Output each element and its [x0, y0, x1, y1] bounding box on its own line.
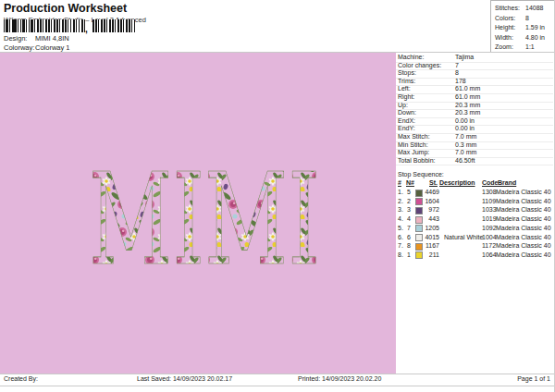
stat-colors: Colors:8	[495, 15, 515, 21]
stat-value: 4.80 in	[525, 34, 545, 41]
row-index: 2.	[398, 197, 403, 206]
stitch-count: 1604	[419, 197, 439, 206]
thread-code: 1004	[482, 233, 497, 242]
needle-number: 7	[407, 224, 411, 233]
stat-height: Height:1.59 in	[495, 24, 515, 31]
thread-row: 2.216041109Madeira Classic 40	[396, 197, 555, 206]
thread-code: 1109	[482, 197, 496, 206]
stats-box: Stitches:14088 Colors:8 Height:1.59 in W…	[490, 0, 555, 54]
row-index: 8.	[398, 251, 403, 260]
thread-row: 7.811671172Madeira Classic 40	[396, 241, 555, 251]
barcode-segment-1	[4, 19, 85, 32]
col-num: #	[398, 179, 401, 186]
col-code: Code	[482, 179, 499, 186]
thread-row: 3.39721033Madeira Classic 40	[396, 205, 555, 214]
machine-value: 0.3 mm	[455, 141, 476, 149]
machine-value: 20.3 mm	[455, 102, 480, 109]
stat-label: Stitches:	[495, 5, 520, 11]
machine-label: EndX:	[398, 117, 415, 125]
thread-brand: Madeira Classic 40	[496, 224, 551, 233]
stat-value: 1:1	[525, 43, 535, 50]
row-index: 6.	[398, 233, 403, 242]
barcode-separator: ,	[85, 24, 88, 34]
stat-label: Width:	[495, 34, 513, 41]
col-description: Description	[439, 179, 475, 186]
needle-number: 6	[407, 233, 411, 242]
stat-label: Colors:	[495, 15, 515, 21]
thread-brand: Madeira Classic 40	[496, 188, 551, 197]
stitch-count: 211	[419, 251, 439, 260]
design-canvas: MIMI	[0, 53, 396, 374]
footer-divider-top	[0, 374, 555, 374]
thread-brand: Madeira Classic 40	[496, 233, 551, 242]
machine-label: Trims:	[398, 78, 415, 85]
stat-zoom: Zoom:1:1	[495, 43, 513, 50]
col-brand: Brand	[498, 179, 516, 186]
design-field-label: Design:	[4, 34, 27, 43]
machine-label: Right:	[398, 93, 414, 101]
stat-value: 1.59 in	[525, 24, 545, 31]
stat-label: Height:	[495, 24, 515, 31]
stitch-count: 443	[419, 214, 439, 224]
machine-value: 0.00 in	[455, 117, 475, 125]
machine-value: 0.00 in	[455, 125, 475, 132]
thread-row: 8.12111064Madeira Classic 40	[396, 251, 555, 260]
colorway-field-value: Colorway 1	[35, 43, 70, 52]
machine-value: Tajima	[455, 54, 474, 61]
col-st: St.	[429, 179, 438, 186]
thread-code: 1064	[482, 251, 497, 260]
machine-label: Color changes:	[398, 62, 441, 69]
row-index: 5.	[398, 224, 403, 233]
stat-label: Zoom:	[495, 43, 513, 50]
machine-label: Left:	[398, 85, 411, 92]
thread-description: Natural White	[444, 233, 483, 242]
design-field-value: MIMI 4,8IN	[35, 34, 69, 43]
machine-label: Total Bobbin:	[398, 157, 435, 165]
thread-brand: Madeira Classic 40	[496, 241, 551, 251]
thread-code: 1019	[482, 214, 497, 224]
thread-code: 1033	[482, 205, 497, 214]
thread-code: 1092	[482, 224, 497, 233]
stitch-count: 4469	[419, 188, 439, 197]
machine-value: 61.0 mm	[455, 85, 480, 92]
row-index: 4.	[398, 214, 403, 224]
footer-divider-bottom	[0, 386, 555, 386]
stitch-count: 972	[419, 205, 439, 214]
thread-row: 4.44431019Madeira Classic 40	[396, 214, 555, 224]
stat-width: Width:4.80 in	[495, 34, 513, 41]
thread-brand: Madeira Classic 40	[496, 205, 551, 214]
stitch-count: 1205	[419, 224, 439, 233]
row-index: 1.	[398, 188, 403, 197]
machine-row: Total Bobbin:46.50ft	[396, 157, 553, 166]
stat-stitches: Stitches:14088	[495, 5, 520, 11]
machine-value: 7.0 mm	[455, 133, 476, 141]
design-artwork: MIMI	[0, 53, 396, 374]
machine-panel: Machine:Tajima Color changes:7 Stops:8 T…	[396, 53, 555, 374]
machine-value: 20.3 mm	[455, 109, 480, 116]
machine-label: Down:	[398, 109, 416, 116]
footer-page-number: Page 1 of 1	[517, 375, 550, 382]
machine-label: Stops:	[398, 69, 416, 77]
machine-value: 7	[455, 62, 459, 69]
production-worksheet-page: Production Worksheet Wilcom EmbroiderySt…	[0, 0, 555, 392]
stat-value: 14088	[525, 5, 543, 11]
thread-row: 6.64015Natural White1004Madeira Classic …	[396, 233, 555, 242]
machine-label: Max Stitch:	[398, 133, 430, 141]
barcode-segment-2	[92, 19, 135, 32]
machine-label: Min Stitch:	[398, 141, 428, 149]
col-n: N#	[406, 179, 414, 186]
machine-value: 61.0 mm	[455, 93, 480, 101]
needle-number: 8	[407, 241, 411, 251]
machine-label: EndY:	[398, 125, 415, 132]
machine-value: 46.50ft	[455, 157, 475, 165]
thread-row: 5.712051092Madeira Classic 40	[396, 224, 555, 233]
footer-printed: Printed: 14/09/2023 20.02.20	[298, 375, 381, 382]
stat-value: 8	[525, 15, 529, 21]
needle-number: 2	[407, 197, 411, 206]
row-index: 7.	[398, 241, 403, 251]
page-title: Production Worksheet	[4, 2, 127, 15]
thread-brand: Madeira Classic 40	[496, 197, 551, 206]
colorway-field-label: Colorway:	[4, 43, 34, 52]
thread-row: 1.544691308Madeira Classic 40	[396, 188, 555, 197]
thread-brand: Madeira Classic 40	[496, 251, 551, 260]
